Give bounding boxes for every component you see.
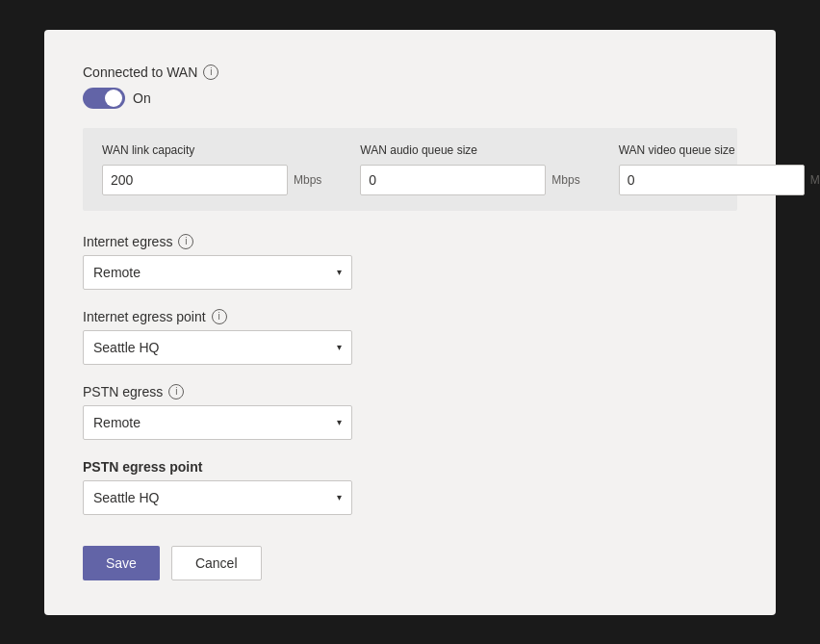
wan-audio-queue-input[interactable]	[360, 165, 546, 195]
toggle-label: On	[133, 90, 151, 106]
connected-wan-toggle[interactable]	[83, 88, 125, 109]
pstn-egress-chevron-icon: ▾	[337, 417, 342, 427]
wan-video-queue-unit: Mbps	[810, 173, 820, 187]
internet-egress-chevron-icon: ▾	[337, 267, 342, 277]
wan-audio-queue-label: WAN audio queue size	[360, 143, 579, 157]
save-button[interactable]: Save	[83, 546, 160, 580]
pstn-egress-group: PSTN egress i Remote ▾	[83, 384, 737, 440]
internet-egress-point-value: Seattle HQ	[93, 340, 159, 355]
pstn-egress-point-group: PSTN egress point Seattle HQ ▾	[83, 459, 737, 515]
pstn-egress-label: PSTN egress	[83, 384, 163, 399]
connected-wan-row: Connected to WAN i	[83, 64, 737, 80]
wan-video-queue-label: WAN video queue size	[619, 143, 820, 157]
internet-egress-label-row: Internet egress i	[83, 234, 737, 249]
toggle-knob	[105, 90, 122, 107]
wan-link-capacity-input[interactable]	[102, 165, 288, 195]
wan-link-capacity-input-row: Mbps	[102, 165, 321, 195]
wan-link-capacity-unit: Mbps	[294, 173, 321, 187]
pstn-egress-point-label: PSTN egress point	[83, 459, 202, 475]
internet-egress-value: Remote	[93, 265, 141, 280]
internet-egress-info-icon[interactable]: i	[178, 234, 193, 249]
internet-egress-dropdown[interactable]: Remote ▾	[83, 255, 352, 290]
internet-egress-point-chevron-icon: ▾	[337, 342, 342, 352]
wan-link-capacity-label: WAN link capacity	[102, 143, 321, 157]
button-row: Save Cancel	[83, 546, 737, 580]
connected-wan-label: Connected to WAN	[83, 64, 197, 80]
internet-egress-point-label-row: Internet egress point i	[83, 309, 737, 324]
internet-egress-point-label: Internet egress point	[83, 309, 206, 324]
pstn-egress-dropdown[interactable]: Remote ▾	[83, 405, 352, 440]
internet-egress-point-info-icon[interactable]: i	[212, 309, 227, 324]
pstn-egress-point-label-row: PSTN egress point	[83, 459, 737, 475]
connected-wan-info-icon[interactable]: i	[203, 64, 218, 80]
wan-video-queue-group: WAN video queue size Mbps	[619, 143, 820, 195]
wan-video-queue-input[interactable]	[619, 165, 805, 195]
wan-audio-queue-unit: Mbps	[551, 173, 579, 187]
wan-audio-queue-input-row: Mbps	[360, 165, 579, 195]
wan-metrics-box: WAN link capacity Mbps WAN audio queue s…	[83, 128, 737, 211]
wan-link-capacity-group: WAN link capacity Mbps	[102, 143, 321, 195]
wan-audio-queue-group: WAN audio queue size Mbps	[360, 143, 579, 195]
pstn-egress-info-icon[interactable]: i	[168, 384, 184, 399]
pstn-egress-point-chevron-icon: ▾	[337, 492, 342, 502]
cancel-button[interactable]: Cancel	[171, 546, 262, 580]
internet-egress-point-group: Internet egress point i Seattle HQ ▾	[83, 309, 737, 365]
pstn-egress-label-row: PSTN egress i	[83, 384, 737, 399]
pstn-egress-point-dropdown[interactable]: Seattle HQ ▾	[83, 480, 352, 515]
toggle-row: On	[83, 88, 737, 109]
wan-video-queue-input-row: Mbps	[619, 165, 820, 195]
pstn-egress-point-value: Seattle HQ	[93, 490, 159, 505]
pstn-egress-value: Remote	[93, 415, 141, 430]
internet-egress-point-dropdown[interactable]: Seattle HQ ▾	[83, 330, 352, 365]
settings-modal: Connected to WAN i On WAN link capacity …	[44, 30, 776, 615]
internet-egress-label: Internet egress	[83, 234, 172, 249]
internet-egress-group: Internet egress i Remote ▾	[83, 234, 737, 290]
